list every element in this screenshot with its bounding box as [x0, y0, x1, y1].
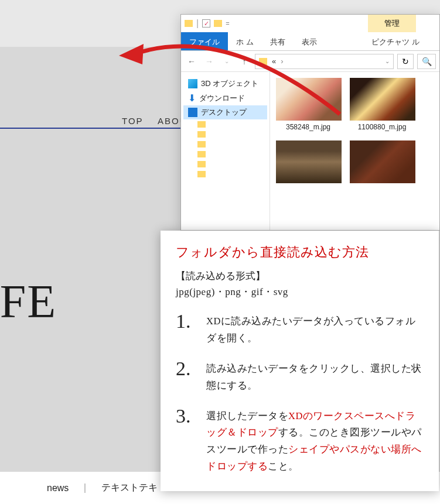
footer-divider: ｜	[80, 482, 90, 494]
instruction-panel: フォルダから直接読み込む方法 【読み込める形式】 jpg(jpeg)・png・g…	[161, 231, 439, 491]
desktop-icon	[188, 108, 197, 117]
file-thumbnail	[276, 78, 342, 121]
cube-icon	[188, 79, 197, 88]
manage-tab[interactable]: 管理	[368, 15, 416, 32]
explorer-titlebar[interactable]: | ✓ = 管理	[181, 15, 439, 32]
sidebar-item-downloads[interactable]: ⬇ ダウンロード	[183, 91, 267, 105]
tab-home[interactable]: ホ ム	[228, 32, 262, 50]
instruction-title: フォルダから直接読み込む方法	[176, 244, 424, 261]
search-button[interactable]: 🔍	[417, 54, 436, 69]
file-name: 358248_m.jpg	[286, 123, 330, 131]
explorer-sidebar[interactable]: 3D オブジェクト ⬇ ダウンロード デスクトップ	[181, 72, 270, 230]
file-thumbnail	[350, 140, 415, 183]
address-path[interactable]: « › ⌄	[255, 54, 394, 69]
step-text: 選択したデータをXDのワークスペースへドラッグ＆ドロップする。このとき図形ツール…	[206, 406, 424, 476]
step-text: 読み込みたいデータをクリックし、選択した状態にする。	[206, 359, 424, 395]
file-thumbnail	[276, 140, 342, 183]
sidebar-subfolder[interactable]	[183, 169, 267, 179]
footer-text: テキストテキ	[101, 482, 158, 494]
refresh-button[interactable]: ↻	[397, 54, 414, 69]
nav-top[interactable]: TOP	[122, 116, 144, 126]
titlebar-separator: |	[196, 18, 199, 29]
sidebar-label: ダウンロード	[199, 93, 245, 104]
tab-share[interactable]: 共有	[262, 32, 294, 50]
step-number: 2.	[176, 359, 198, 379]
path-dropdown-icon[interactable]: ⌄	[385, 58, 390, 64]
sidebar-subfolder[interactable]	[183, 129, 267, 139]
folder-icon	[259, 58, 267, 65]
nav-up-button[interactable]: ↑	[237, 54, 251, 68]
sidebar-item-3d-objects[interactable]: 3D オブジェクト	[183, 77, 267, 91]
nav-back-button[interactable]: ←	[185, 54, 199, 68]
file-item[interactable]: 358248_m.jpg	[276, 78, 340, 131]
xd-rule	[0, 128, 182, 129]
explorer-ribbon-tabs: ファイル ホ ム 共有 表示 ピクチャツ ル	[181, 32, 439, 51]
folder-icon	[197, 171, 206, 177]
chevron-right-icon[interactable]: ›	[281, 57, 283, 66]
nav-dropdown-icon[interactable]: ⌄	[220, 54, 234, 68]
tab-picture-tools[interactable]: ピクチャツ ル	[363, 32, 428, 50]
explorer-content[interactable]: 358248_m.jpg 1100880_m.jpg	[270, 72, 439, 230]
instruction-steps: 1. XDに読み込みたいデータが入っているフォルダを開く。 2. 読み込みたいデ…	[176, 311, 424, 475]
file-item[interactable]	[276, 140, 340, 186]
instruction-subtitle: 【読み込める形式】	[176, 269, 424, 283]
file-item[interactable]	[350, 140, 414, 186]
file-explorer-window[interactable]: | ✓ = 管理 ファイル ホ ム 共有 表示 ピクチャツ ル ← → ⌄ ↑ …	[180, 14, 440, 231]
instruction-step: 1. XDに読み込みたいデータが入っているフォルダを開く。	[176, 311, 424, 347]
checkbox-icon[interactable]: ✓	[202, 19, 210, 28]
instruction-formats: jpg(jpeg)・png・gif・svg	[176, 285, 424, 299]
tab-view[interactable]: 表示	[294, 32, 325, 50]
nav-forward-button[interactable]: →	[202, 54, 216, 68]
sidebar-subfolder[interactable]	[183, 119, 267, 129]
file-name: 1100880_m.jpg	[358, 123, 407, 131]
footer-news[interactable]: news	[47, 483, 69, 493]
equals-icon: =	[226, 20, 229, 27]
explorer-addressbar: ← → ⌄ ↑ « › ⌄ ↻ 🔍	[181, 51, 439, 72]
folder-icon	[197, 121, 206, 128]
folder-icon	[214, 20, 222, 27]
download-icon: ⬇	[188, 92, 196, 104]
tab-file[interactable]: ファイル	[181, 32, 228, 50]
step-text: XDに読み込みたいデータが入っているフォルダを開く。	[206, 311, 424, 347]
path-sep: «	[272, 57, 276, 66]
explorer-body: 3D オブジェクト ⬇ ダウンロード デスクトップ 358248_m.jpg	[181, 72, 439, 230]
xd-logo: AFE	[0, 275, 57, 328]
step-number: 1.	[176, 311, 198, 331]
sidebar-subfolder[interactable]	[183, 139, 267, 149]
folder-icon	[185, 20, 193, 27]
instruction-step: 3. 選択したデータをXDのワークスペースへドラッグ＆ドロップする。このとき図形…	[176, 406, 424, 476]
folder-icon	[197, 131, 206, 138]
folder-icon	[197, 151, 206, 157]
sidebar-label: 3D オブジェクト	[201, 78, 258, 89]
instruction-step: 2. 読み込みたいデータをクリックし、選択した状態にする。	[176, 359, 424, 395]
file-item[interactable]: 1100880_m.jpg	[350, 78, 414, 131]
sidebar-subfolder[interactable]	[183, 149, 267, 159]
sidebar-subfolder[interactable]	[183, 159, 267, 169]
folder-icon	[197, 141, 206, 148]
file-thumbnail	[350, 78, 415, 121]
folder-icon	[197, 161, 206, 167]
sidebar-item-desktop[interactable]: デスクトップ	[183, 105, 267, 119]
step-number: 3.	[176, 406, 198, 426]
sidebar-label: デスクトップ	[201, 107, 247, 118]
